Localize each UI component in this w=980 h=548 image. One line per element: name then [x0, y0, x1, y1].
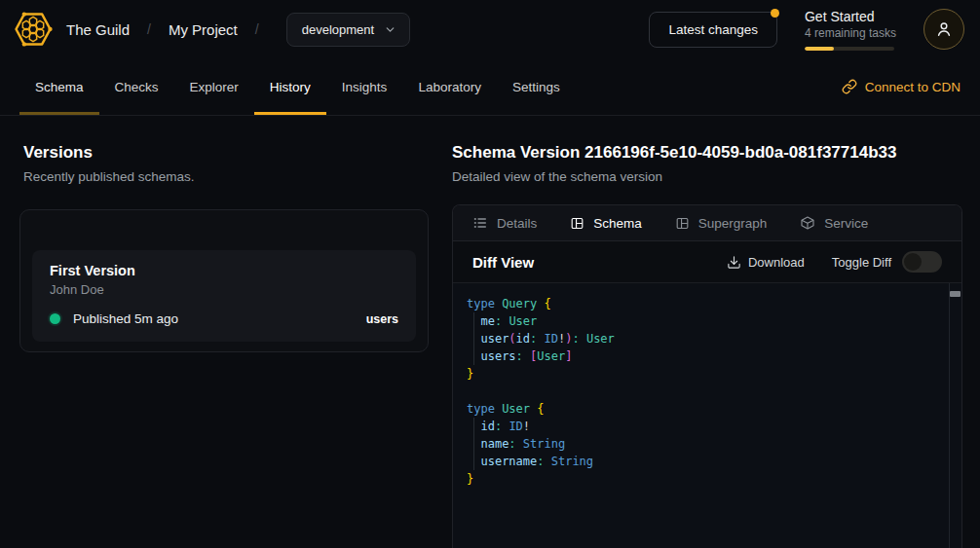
main-content: Versions Recently published schemas. Fir… [0, 116, 980, 548]
code-scrollbar[interactable] [949, 283, 961, 548]
nav-tab-schema[interactable]: Schema [19, 58, 99, 115]
connect-to-cdn-link[interactable]: Connect to CDN [842, 58, 961, 115]
schema-version-subtitle: Detailed view of the schema version [452, 169, 962, 184]
schema-version-panel: Schema Version 2166196f-5e10-4059-bd0a-0… [452, 116, 980, 548]
detail-tab-supergraph[interactable]: Supergraph [675, 216, 768, 231]
chevron-down-icon [384, 23, 396, 36]
version-status: Published 5m ago [73, 311, 178, 326]
diff-header: Diff View Download Toggle Diff [453, 241, 961, 283]
nav-tabs: Schema Checks Explorer History Insights … [19, 58, 576, 115]
versions-list: First Version John Doe Published 5m ago … [19, 209, 429, 352]
environment-dropdown[interactable]: development [286, 13, 410, 47]
link-icon [842, 79, 857, 94]
user-icon [934, 19, 954, 39]
notification-dot [771, 9, 779, 18]
header-actions: Latest changes Get Started 4 remaining t… [649, 9, 964, 51]
breadcrumb: The Guild / My Project / development [14, 10, 410, 49]
version-author: John Doe [50, 282, 398, 297]
columns-layout-icon [570, 216, 584, 231]
nav-tab-history[interactable]: History [254, 58, 326, 115]
toggle-knob [904, 253, 922, 271]
detail-tab-details[interactable]: Details [472, 215, 537, 231]
published-status-dot [50, 313, 60, 324]
breadcrumb-project[interactable]: My Project [169, 21, 238, 38]
nav-tab-explorer[interactable]: Explorer [174, 58, 254, 115]
versions-title: Versions [23, 143, 429, 163]
versions-subtitle: Recently published schemas. [23, 169, 429, 184]
versions-panel: Versions Recently published schemas. Fir… [0, 116, 452, 548]
download-icon [727, 255, 741, 270]
nav-tab-settings[interactable]: Settings [497, 58, 576, 115]
breadcrumb-org[interactable]: The Guild [66, 21, 130, 38]
list-icon [472, 215, 488, 231]
download-label: Download [748, 255, 805, 270]
get-started-subtitle: 4 remaining tasks [805, 26, 896, 40]
diff-view-title: Diff View [472, 254, 534, 271]
get-started-widget[interactable]: Get Started 4 remaining tasks [805, 9, 896, 51]
detail-tab-service[interactable]: Service [800, 215, 868, 231]
primary-nav: Schema Checks Explorer History Insights … [0, 58, 980, 116]
toggle-diff-label: Toggle Diff [832, 255, 891, 270]
schema-version-detail: Details Schema [452, 204, 962, 548]
connect-to-cdn-label: Connect to CDN [865, 80, 961, 94]
guild-logo-icon[interactable] [14, 10, 53, 49]
columns-layout-icon [675, 216, 690, 231]
detail-tab-label: Service [824, 216, 868, 231]
breadcrumb-separator: / [143, 21, 155, 37]
detail-tab-schema[interactable]: Schema [570, 216, 642, 231]
detail-tab-label: Supergraph [698, 216, 768, 231]
indent-guide [473, 418, 474, 470]
latest-changes-label: Latest changes [668, 22, 758, 37]
detail-tabs: Details Schema [453, 205, 961, 241]
detail-tab-label: Details [497, 216, 537, 231]
get-started-title: Get Started [805, 9, 896, 24]
environment-dropdown-value: development [302, 22, 374, 37]
schema-version-title: Schema Version 2166196f-5e10-4059-bd0a-0… [452, 143, 962, 163]
avatar[interactable] [923, 9, 964, 50]
cube-icon [800, 215, 815, 231]
download-button[interactable]: Download [727, 255, 805, 270]
version-name: First Version [50, 263, 398, 278]
indent-guide [473, 312, 474, 365]
toggle-diff-switch[interactable] [902, 251, 942, 273]
latest-changes-button[interactable]: Latest changes [649, 12, 777, 48]
service-name-badge: users [366, 312, 398, 326]
nav-tab-checks[interactable]: Checks [99, 58, 174, 115]
schema-code-viewer[interactable]: type Query { me: User user(id: ID!): Use… [453, 283, 961, 548]
get-started-progress-fill [805, 47, 834, 51]
code-scrollbar-thumb[interactable] [950, 291, 961, 297]
graphql-schema-code: type Query { me: User user(id: ID!): Use… [453, 283, 961, 499]
version-list-item[interactable]: First Version John Doe Published 5m ago … [32, 250, 416, 342]
detail-tab-label: Schema [593, 216, 642, 231]
nav-tab-insights[interactable]: Insights [326, 58, 403, 115]
get-started-progressbar [805, 47, 894, 51]
breadcrumb-separator: / [251, 21, 263, 37]
app-header: The Guild / My Project / development Lat… [0, 0, 980, 58]
nav-tab-laboratory[interactable]: Laboratory [402, 58, 497, 115]
